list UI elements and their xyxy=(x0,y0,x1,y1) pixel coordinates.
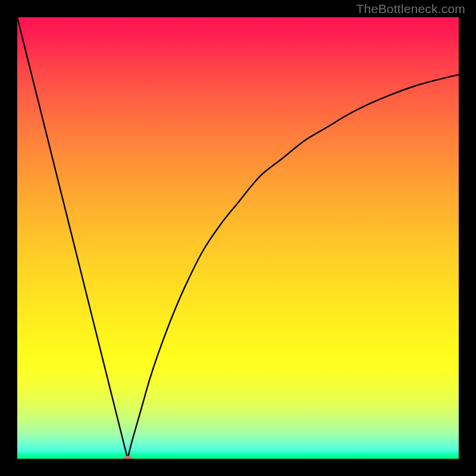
bottleneck-curve xyxy=(17,17,459,459)
minimum-marker xyxy=(124,456,132,459)
watermark-text: TheBottleneck.com xyxy=(356,2,465,16)
chart-frame: TheBottleneck.com xyxy=(0,0,476,476)
plot-area xyxy=(17,17,459,459)
